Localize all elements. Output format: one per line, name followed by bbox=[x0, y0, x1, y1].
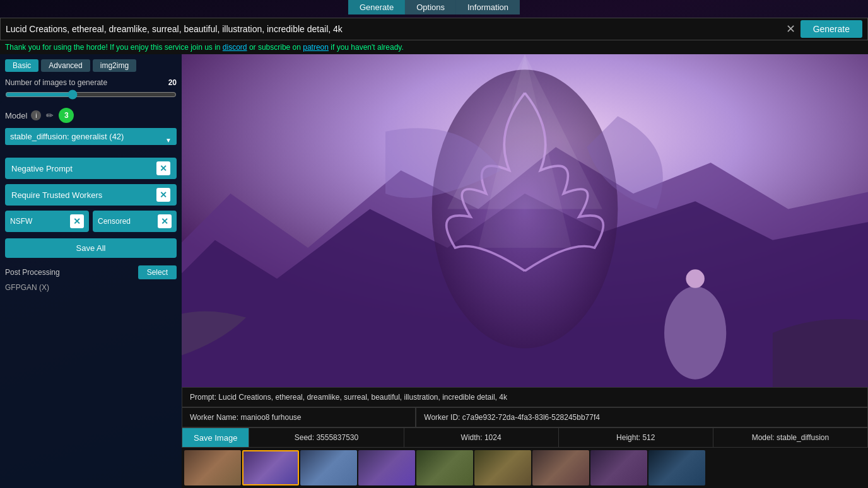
svg-point-2 bbox=[664, 286, 726, 379]
num-images-value: 20 bbox=[168, 78, 177, 87]
thumbnail-9[interactable] bbox=[648, 450, 705, 485]
num-images-slider[interactable] bbox=[5, 90, 177, 100]
prompt-close-icon[interactable]: ✕ bbox=[786, 22, 795, 36]
gfpgan-row: GFPGAN (X) bbox=[5, 283, 177, 292]
require-trusted-close[interactable]: ✕ bbox=[156, 188, 170, 202]
width-display: Width: 1024 bbox=[404, 428, 558, 447]
gfpgan-label[interactable]: GFPGAN bbox=[5, 283, 37, 292]
height-display: Height: 512 bbox=[558, 428, 713, 447]
action-row: Save Image Seed: 3555837530 Width: 1024 … bbox=[182, 427, 868, 448]
gfpgan-x[interactable]: (X) bbox=[39, 283, 49, 292]
double-toggle-row: NSFW ✕ Censored ✕ bbox=[5, 211, 177, 232]
thumbnail-1[interactable] bbox=[184, 450, 241, 485]
require-trusted-label: Require Trusted Workers bbox=[11, 190, 102, 200]
censored-toggle: Censored ✕ bbox=[93, 211, 177, 232]
thumbnail-3[interactable] bbox=[300, 450, 357, 485]
negative-prompt-close[interactable]: ✕ bbox=[156, 161, 170, 175]
thumbnail-5[interactable] bbox=[416, 450, 473, 485]
tab-advanced[interactable]: Advanced bbox=[41, 59, 90, 72]
tab-row: Basic Advanced img2img bbox=[5, 59, 177, 72]
censored-label: Censored bbox=[98, 217, 131, 226]
info-bar: Thank you for using the horde! If you en… bbox=[0, 40, 868, 54]
thumbnail-7[interactable] bbox=[532, 450, 589, 485]
discord-link[interactable]: discord bbox=[223, 43, 247, 52]
negative-prompt-label: Negative Prompt bbox=[11, 164, 73, 173]
prompt-input[interactable] bbox=[6, 24, 786, 34]
model-info-icon[interactable]: i bbox=[31, 110, 41, 120]
top-nav: Generate Options Information bbox=[348, 0, 520, 15]
nav-options[interactable]: Options bbox=[405, 0, 456, 15]
info-text-before-discord: Thank you for using the horde! If you en… bbox=[5, 43, 223, 52]
thumbnail-8[interactable] bbox=[590, 450, 647, 485]
censored-close[interactable]: ✕ bbox=[158, 214, 172, 228]
generate-button[interactable]: Generate bbox=[801, 20, 862, 38]
num-images-row: Number of images to generate 20 bbox=[5, 78, 177, 87]
slider-container bbox=[5, 90, 177, 102]
nsfw-close[interactable]: ✕ bbox=[70, 214, 84, 228]
thumbnail-strip bbox=[182, 448, 868, 488]
prompt-display: Prompt: Lucid Creations, ethereal, dream… bbox=[190, 393, 507, 402]
width-value: Width: 1024 bbox=[461, 433, 501, 442]
info-text-before-patreon: or subscribe on bbox=[247, 43, 303, 52]
prompt-bar: ✕ Generate bbox=[0, 18, 868, 40]
thumbnail-4[interactable] bbox=[358, 450, 415, 485]
post-processing-select-button[interactable]: Select bbox=[138, 265, 177, 279]
nav-information[interactable]: Information bbox=[456, 0, 520, 15]
num-images-label: Number of images to generate bbox=[5, 78, 107, 87]
model-count-badge[interactable]: 3 bbox=[59, 108, 74, 123]
left-panel: Basic Advanced img2img Number of images … bbox=[0, 54, 182, 488]
thumbnail-2[interactable] bbox=[242, 450, 299, 485]
worker-id: Worker ID: c7a9e932-72da-4fa3-83l6-52824… bbox=[424, 413, 600, 422]
patreon-link[interactable]: patreon bbox=[303, 43, 329, 52]
tab-basic[interactable]: Basic bbox=[5, 59, 38, 72]
worker-name-box: Worker Name: manioo8 furhouse bbox=[182, 407, 416, 427]
model-display: Model: stable_diffusion bbox=[713, 428, 867, 447]
model-label: Model bbox=[5, 111, 27, 120]
svg-point-3 bbox=[686, 269, 704, 288]
nsfw-toggle: NSFW ✕ bbox=[5, 211, 89, 232]
main-image-area bbox=[182, 54, 868, 387]
thumbnail-6[interactable] bbox=[474, 450, 531, 485]
model-select[interactable]: stable_diffusion: generalist (42) bbox=[5, 128, 177, 145]
model-select-wrapper: stable_diffusion: generalist (42) bbox=[5, 128, 177, 151]
brush-icon[interactable]: ✏ bbox=[45, 110, 55, 120]
seed-value: Seed: 3555837530 bbox=[295, 433, 358, 442]
model-row: Model i ✏ 3 bbox=[5, 108, 177, 123]
tab-img2img[interactable]: img2img bbox=[93, 59, 136, 72]
model-value: Model: stable_diffusion bbox=[752, 433, 830, 442]
negative-prompt-toggle: Negative Prompt ✕ bbox=[5, 158, 177, 179]
nav-generate[interactable]: Generate bbox=[348, 0, 405, 15]
art-svg bbox=[182, 54, 868, 387]
main-image[interactable] bbox=[182, 54, 868, 387]
post-processing-label: Post Processing bbox=[5, 268, 60, 277]
nsfw-label: NSFW bbox=[10, 217, 32, 226]
seed-display: Seed: 3555837530 bbox=[249, 428, 403, 447]
worker-name: Worker Name: manioo8 furhouse bbox=[190, 413, 302, 422]
save-image-button[interactable]: Save Image bbox=[182, 428, 249, 447]
worker-row: Worker Name: manioo8 furhouse Worker ID:… bbox=[182, 407, 868, 427]
height-value: Height: 512 bbox=[616, 433, 655, 442]
worker-id-box: Worker ID: c7a9e932-72da-4fa3-83l6-52824… bbox=[416, 407, 868, 427]
info-text-after: if you haven't already. bbox=[329, 43, 404, 52]
save-all-button[interactable]: Save All bbox=[5, 238, 177, 258]
image-info-bar: Prompt: Lucid Creations, ethereal, dream… bbox=[182, 387, 868, 407]
post-processing-row: Post Processing Select bbox=[5, 265, 177, 279]
require-trusted-toggle: Require Trusted Workers ✕ bbox=[5, 184, 177, 206]
